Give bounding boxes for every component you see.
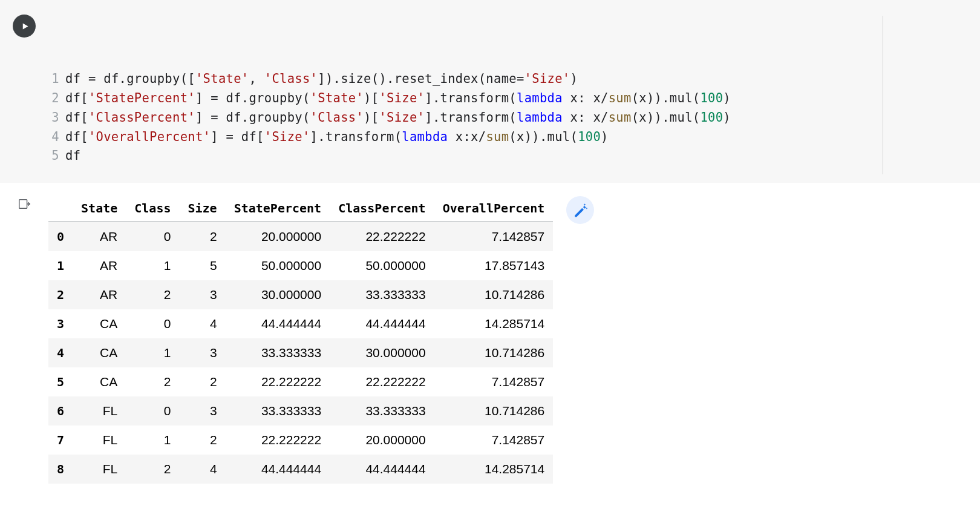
table-cell: 4 [179,309,225,338]
table-cell: 7.142857 [434,367,554,396]
index-header [48,195,73,222]
table-cell: 7.142857 [434,222,554,252]
line-number: 5 [48,146,65,166]
table-row: 0AR0220.00000022.2222227.142857 [48,222,553,252]
table-cell: AR [73,222,126,252]
code-text[interactable]: df['ClassPercent'] = df.groupby('Class')… [65,108,731,128]
column-header: Size [179,195,225,222]
table-row: 5CA2222.22222222.2222227.142857 [48,367,553,396]
table-cell: 5 [179,251,225,280]
column-header: Class [126,195,179,222]
table-cell: 14.285714 [434,455,554,484]
row-index: 8 [48,455,73,484]
svg-rect-0 [19,200,27,209]
table-cell: 33.333333 [330,396,434,426]
output-area: StateClassSizeStatePercentClassPercentOv… [0,183,980,484]
table-row: 8FL2444.44444444.44444414.285714 [48,455,553,484]
table-cell: 50.000000 [330,251,434,280]
table-row: 2AR2330.00000033.33333310.714286 [48,280,553,309]
code-text[interactable]: df['OverallPercent'] = df['Size'].transf… [65,128,609,147]
table-cell: 33.333333 [330,280,434,309]
table-cell: 2 [179,426,225,455]
line-number: 2 [48,89,65,108]
table-cell: 30.000000 [330,338,434,367]
table-cell: 3 [179,338,225,367]
code-text[interactable]: df['StatePercent'] = df.groupby('State')… [65,89,731,108]
table-cell: 1 [126,251,179,280]
code-line[interactable]: 4df['OverallPercent'] = df['Size'].trans… [48,128,980,147]
column-header: StatePercent [226,195,330,222]
dataframe-table: StateClassSizeStatePercentClassPercentOv… [48,195,553,484]
table-cell: 44.444444 [330,309,434,338]
code-input-area: 1df = df.groupby(['State', 'Class']).siz… [0,0,980,183]
row-index: 0 [48,222,73,252]
table-cell: 3 [179,396,225,426]
table-cell: FL [73,396,126,426]
output-gutter [0,195,48,213]
table-cell: 30.000000 [226,280,330,309]
table-row: 7FL1222.22222220.0000007.142857 [48,426,553,455]
table-row: 1AR1550.00000050.00000017.857143 [48,251,553,280]
code-text[interactable]: df = df.groupby(['State', 'Class']).size… [65,70,578,89]
table-cell: 44.444444 [226,309,330,338]
table-cell: 44.444444 [226,455,330,484]
table-cell: AR [73,280,126,309]
table-cell: 0 [126,309,179,338]
output-collapse-icon[interactable] [18,197,31,213]
table-cell: 22.222222 [226,426,330,455]
code-text[interactable]: df [65,146,80,166]
code-line[interactable]: 3df['ClassPercent'] = df.groupby('Class'… [48,108,980,128]
table-row: 4CA1333.33333330.00000010.714286 [48,338,553,367]
run-button[interactable] [13,15,36,38]
table-cell: 4 [179,455,225,484]
table-cell: 7.142857 [434,426,554,455]
table-header: StateClassSizeStatePercentClassPercentOv… [48,195,553,222]
table-cell: 10.714286 [434,396,554,426]
table-cell: CA [73,338,126,367]
code-editor[interactable]: 1df = df.groupby(['State', 'Class']).siz… [48,12,980,166]
line-number: 1 [48,70,65,89]
play-icon [21,22,30,31]
table-body: 0AR0220.00000022.2222227.1428571AR1550.0… [48,222,553,484]
column-header: OverallPercent [434,195,554,222]
row-index: 6 [48,396,73,426]
table-cell: 17.857143 [434,251,554,280]
line-number: 4 [48,128,65,147]
magic-wand-icon [572,202,588,218]
code-line[interactable]: 1df = df.groupby(['State', 'Class']).siz… [48,70,980,89]
table-cell: FL [73,426,126,455]
table-cell: AR [73,251,126,280]
table-cell: 33.333333 [226,396,330,426]
table-cell: 2 [126,280,179,309]
column-header: ClassPercent [330,195,434,222]
row-index: 3 [48,309,73,338]
row-index: 5 [48,367,73,396]
table-cell: 1 [126,338,179,367]
cell-divider [883,16,883,174]
table-cell: CA [73,367,126,396]
table-cell: 33.333333 [226,338,330,367]
table-row: 6FL0333.33333333.33333310.714286 [48,396,553,426]
table-cell: 20.000000 [330,426,434,455]
magic-suggest-button[interactable] [566,196,594,224]
notebook-cell: 1df = df.groupby(['State', 'Class']).siz… [0,0,980,484]
row-index: 7 [48,426,73,455]
table-cell: 50.000000 [226,251,330,280]
table-cell: 44.444444 [330,455,434,484]
column-header: State [73,195,126,222]
input-gutter [0,12,48,38]
table-cell: 2 [179,222,225,252]
table-cell: 2 [126,455,179,484]
table-cell: 22.222222 [330,367,434,396]
table-cell: 22.222222 [226,367,330,396]
table-cell: 2 [126,367,179,396]
table-cell: 20.000000 [226,222,330,252]
code-line[interactable]: 2df['StatePercent'] = df.groupby('State'… [48,89,980,108]
row-index: 1 [48,251,73,280]
table-cell: 14.285714 [434,309,554,338]
table-cell: 10.714286 [434,280,554,309]
output-content: StateClassSizeStatePercentClassPercentOv… [48,195,980,484]
code-line[interactable]: 5df [48,146,980,166]
table-cell: 0 [126,222,179,252]
table-cell: 0 [126,396,179,426]
